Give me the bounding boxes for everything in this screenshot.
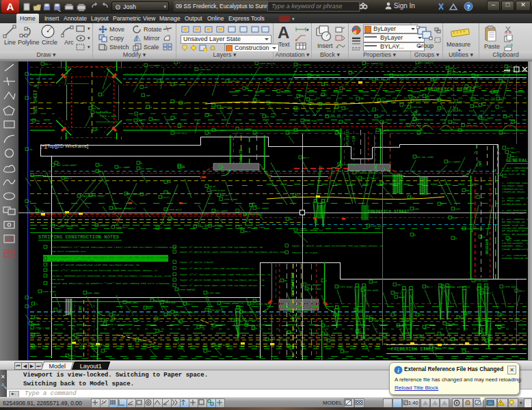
svg-text:150: 150 — [414, 208, 418, 210]
svg-text:ST SWEEP: ST SWEEP — [449, 161, 460, 163]
svg-text:9: 9 — [291, 331, 293, 334]
svg-text:TD: TD — [468, 312, 470, 315]
svg-text:RO-7: RO-7 — [519, 290, 525, 292]
svg-text:GR8: GR8 — [70, 355, 74, 357]
svg-text:RN-B/: RN-B/ — [114, 314, 120, 316]
svg-text:TYPE H(B): TYPE H(B) — [42, 290, 55, 293]
svg-text:PAINT 6" WHITE BIKE LANE LINE: PAINT 6" WHITE BIKE LANE LINE PER CALTRA… — [180, 246, 263, 249]
svg-text:TYPE B WKR: TYPE B WKR — [312, 102, 325, 105]
svg-text:SEE SHEET 8: SEE SHEET 8 — [34, 85, 38, 113]
svg-text:1: 1 — [387, 334, 388, 337]
svg-text:2. STRIPING SHALL: 2. STRIPING SHALL — [502, 182, 528, 184]
svg-text:5: 5 — [353, 72, 354, 74]
svg-text:E: E — [183, 320, 185, 323]
svg-text:5: 5 — [490, 340, 491, 342]
svg-text:RB-1: RB-1 — [475, 105, 480, 108]
svg-text:160: 160 — [455, 208, 460, 210]
svg-text:[+][Top][2D Wireframe]: [+][Top][2D Wireframe] — [40, 144, 88, 149]
svg-text:36M: 36M — [58, 309, 62, 312]
svg-text:140: 140 — [483, 331, 487, 334]
svg-text:ORDER VICE CMS: ORDER VICE CMS — [502, 224, 525, 227]
svg-text:5: 5 — [209, 132, 211, 135]
svg-text:YB-3/R30 (GA): YB-3/R30 (GA) — [252, 303, 269, 305]
svg-text:DWY: DWY — [79, 305, 83, 312]
svg-text:60: 60 — [284, 279, 287, 282]
svg-text:165: 165 — [481, 319, 486, 322]
svg-text:INSTALLATIONS, L: INSTALLATIONS, L — [502, 242, 528, 245]
svg-text:22: 22 — [346, 107, 349, 110]
svg-text:TL: TL — [36, 334, 38, 337]
svg-text:TYPE IV(L)(3): TYPE IV(L)(3) — [269, 338, 289, 341]
svg-text:TYPE W(L): TYPE W(L) — [417, 118, 429, 121]
svg-text:TL: TL — [36, 303, 38, 305]
svg-text:TYPE W(L): TYPE W(L) — [298, 129, 310, 132]
svg-text:THIN NOR: THIN NOR — [165, 301, 175, 304]
svg-text:CIR: CIR — [352, 135, 356, 141]
svg-text:BE RECYCLED ON: BE RECYCLED ON — [502, 221, 525, 223]
svg-text:TYPE NOJ: TYPE NOJ — [198, 226, 209, 228]
svg-text:RB-1: RB-1 — [507, 115, 514, 118]
svg-text:GENERAL: GENERAL — [506, 158, 528, 163]
svg-text:TYPE MOJ(3): TYPE MOJ(3) — [259, 62, 276, 65]
svg-text:11: 11 — [500, 106, 503, 109]
svg-text:DWY: DWY — [479, 161, 483, 167]
svg-text:5: 5 — [360, 330, 361, 333]
svg-text:DWY: DWY — [345, 351, 349, 353]
svg-text:PAINT 4" WHITE RIGHT EDGELINE: PAINT 4" WHITE RIGHT EDGELINE PER CALTRA… — [180, 279, 265, 282]
svg-text:A24E AND CITY STANDARD 411: A24E AND CITY STANDARD 411 — [51, 260, 94, 262]
svg-text:TYPE MOJ: TYPE MOJ — [199, 68, 211, 71]
svg-text:XX(1): XX(1) — [163, 196, 170, 199]
svg-text:12: 12 — [483, 236, 486, 238]
svg-text:GA-2 (GA) WER LNSU: GA-2 (GA) WER LNSU — [240, 226, 265, 229]
svg-text:8: 8 — [503, 80, 505, 83]
svg-text:7: 7 — [377, 109, 378, 111]
svg-text:12: 12 — [343, 121, 346, 124]
svg-text:REMOVE AND REINSTALL OR REAPPL: REMOVE AND REINSTALL OR REAPPLY "STOP" B… — [51, 282, 170, 285]
svg-text:EX SIGN: EX SIGN — [380, 129, 389, 132]
svg-text:30M: 30M — [36, 316, 40, 319]
svg-text:STRIPING TRUCK: STRIPING TRUCK — [502, 191, 525, 193]
svg-text:TYPE IV(L): TYPE IV(L) — [373, 319, 386, 322]
svg-text:WB-1: WB-1 — [511, 155, 518, 158]
svg-text:TYPE H(B): TYPE H(B) — [35, 174, 48, 177]
svg-text:8: 8 — [150, 106, 152, 109]
svg-text:CENTERPOINT: CENTERPOINT — [291, 272, 295, 297]
svg-text:ES: ES — [421, 336, 424, 338]
svg-text:INTERSECTION AS: INTERSECTION AS — [502, 203, 527, 206]
svg-text:RB-1: RB-1 — [476, 74, 481, 77]
svg-text:TYPE IV(L)(3): TYPE IV(L)(3) — [365, 337, 384, 340]
svg-text:D: D — [29, 200, 31, 203]
svg-text:EX SWA(P): EX SWA(P) — [377, 79, 390, 81]
svg-text:INSTALLED BEHIND: INSTALLED BEHIND — [502, 227, 528, 230]
svg-text:36M: 36M — [148, 307, 152, 310]
svg-text:TYPE H(L): TYPE H(L) — [168, 208, 181, 211]
svg-text:WB-1: WB-1 — [245, 230, 250, 233]
svg-text:TTE: TTE — [138, 120, 142, 122]
svg-text:ES: ES — [290, 218, 293, 221]
svg-text:ES: ES — [502, 314, 505, 316]
svg-text:P KOB (GA): P KOB (GA) — [342, 163, 357, 166]
svg-text:3: 3 — [178, 62, 180, 64]
svg-text:8: 8 — [325, 279, 327, 282]
svg-text:140: 140 — [420, 314, 424, 316]
svg-text:PROTECT IN PLACE: PROTECT IN PLACE — [292, 251, 317, 254]
svg-text:TD: TD — [461, 316, 464, 319]
svg-text:RS-3/: RS-3/ — [481, 288, 489, 290]
svg-text:3: 3 — [247, 87, 248, 90]
svg-text:ST SWEEP: ST SWEEP — [382, 99, 392, 102]
svg-text:ST SWEEP: ST SWEEP — [119, 166, 130, 169]
svg-text:INSTALL THERMOPLASTIC MARKINGS: INSTALL THERMOPLASTIC MARKINGS AS SHOWN … — [51, 275, 171, 277]
svg-text:"WALL": "WALL" — [484, 292, 493, 295]
svg-text:8: 8 — [29, 97, 31, 100]
svg-text:"SIGNAL AHEAD"(1): "SIGNAL AHEAD"(1) — [55, 225, 79, 228]
svg-text:TL: TL — [442, 333, 444, 336]
svg-text:77: 77 — [297, 194, 300, 197]
svg-text:AT FROM THE: AT FROM THE — [502, 200, 520, 202]
svg-text:RO-7: RO-7 — [187, 303, 193, 305]
svg-text:EX SWA: EX SWA — [312, 74, 320, 77]
svg-text:ST SWEEP: ST SWEEP — [129, 193, 140, 195]
svg-text:BILLBOARD/: BILLBOARD/ — [307, 284, 322, 286]
svg-text:BRAGHAM: BRAGHAM — [486, 239, 490, 254]
svg-text:NIA.: NIA. — [502, 176, 509, 178]
svg-text:TYPE IV(L2)(3): TYPE IV(L2)(3) — [291, 309, 310, 312]
